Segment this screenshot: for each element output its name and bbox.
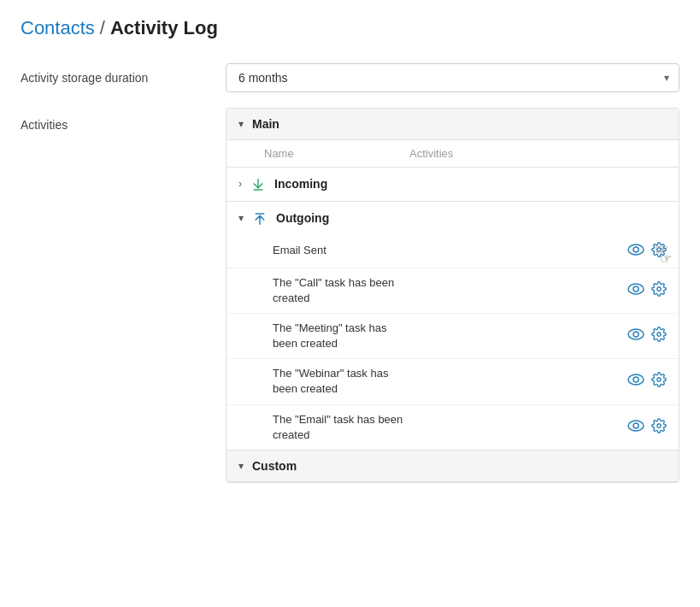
gear-icon-meeting-task[interactable] (651, 327, 667, 345)
custom-section-header: ▾ Custom (226, 451, 679, 482)
outgoing-chevron-down-icon[interactable]: ▾ (238, 212, 244, 224)
activity-icons-call-task (627, 281, 667, 300)
outgoing-arrow-icon (252, 210, 268, 227)
activity-icons-meeting-task (627, 327, 667, 345)
storage-duration-select-wrapper: 1 month 3 months 6 months 12 months 24 m… (226, 63, 679, 92)
storage-duration-label: Activity storage duration (21, 71, 226, 85)
incoming-chevron-right-icon[interactable]: › (238, 178, 242, 190)
eye-icon-email-task[interactable] (627, 420, 644, 435)
svg-point-9 (628, 374, 644, 385)
activity-item-webinar-task: The "Webinar" task has been created (226, 359, 679, 404)
eye-icon-webinar-task[interactable] (627, 374, 644, 389)
outgoing-title: Outgoing (276, 211, 329, 225)
activity-name-email-sent: Email Sent (273, 243, 414, 258)
main-chevron-down-icon[interactable]: ▾ (238, 118, 244, 130)
activity-name-meeting-task: The "Meeting" task has been created (273, 321, 414, 351)
outgoing-subsection: ▾ Outgoing Email Sent (226, 202, 679, 451)
svg-point-6 (628, 329, 644, 339)
eye-icon-call-task[interactable] (627, 283, 644, 298)
svg-point-13 (633, 423, 638, 428)
breadcrumb-separator: / (100, 17, 105, 39)
eye-icon-meeting-task[interactable] (627, 328, 644, 344)
activity-item-email-sent: Email Sent (226, 235, 679, 268)
incoming-arrow-icon (250, 176, 266, 192)
gear-icon-email-sent[interactable]: ☞ (651, 242, 667, 261)
gear-icon-email-task[interactable] (651, 418, 667, 437)
svg-point-14 (657, 424, 662, 428)
activity-name-email-task: The "Email" task has been created (273, 412, 414, 443)
col-name-header: Name (238, 147, 409, 160)
col-activities-header: Activities (409, 147, 453, 160)
table-header: Name Activities (226, 140, 679, 168)
outgoing-subsection-header[interactable]: ▾ Outgoing (226, 202, 679, 235)
activities-content: ▾ Main Name Activities › (226, 108, 679, 483)
eye-icon-email-sent[interactable] (627, 244, 644, 259)
storage-duration-row: Activity storage duration 1 month 3 mont… (21, 63, 679, 92)
svg-point-5 (657, 286, 662, 291)
activities-label: Activities (21, 108, 226, 132)
custom-section-title: Custom (252, 459, 297, 473)
activity-name-call-task: The "Call" task has been created (273, 275, 414, 306)
svg-point-3 (628, 284, 644, 294)
breadcrumb: Contacts / Activity Log (21, 17, 679, 39)
incoming-subsection-header[interactable]: › Incoming (226, 168, 679, 201)
custom-chevron-down-icon[interactable]: ▾ (238, 460, 244, 472)
main-section-header: ▾ Main (226, 109, 679, 140)
svg-point-7 (633, 332, 638, 337)
activity-icons-email-task (627, 418, 667, 437)
activity-item-email-task: The "Email" task has been created (226, 405, 679, 450)
svg-point-10 (633, 377, 638, 382)
activity-item-call-task: The "Call" task has been created (226, 268, 679, 314)
svg-point-12 (628, 421, 644, 431)
svg-point-4 (633, 286, 638, 292)
main-section-title: Main (252, 117, 279, 131)
incoming-title: Incoming (274, 177, 327, 191)
svg-point-8 (657, 333, 662, 337)
activities-row: Activities ▾ Main Name Activities › (21, 108, 679, 483)
gear-icon-call-task[interactable] (651, 281, 667, 300)
storage-duration-select[interactable]: 1 month 3 months 6 months 12 months 24 m… (226, 63, 679, 92)
activity-name-webinar-task: The "Webinar" task has been created (273, 366, 414, 397)
gear-icon-webinar-task[interactable] (651, 372, 667, 391)
incoming-subsection: › Incoming (226, 168, 679, 202)
activity-item-meeting-task: The "Meeting" task has been created (226, 314, 679, 359)
activity-icons-email-sent: ☞ (627, 242, 667, 261)
breadcrumb-current: Activity Log (110, 17, 218, 39)
svg-point-2 (657, 247, 662, 251)
activity-icons-webinar-task (627, 372, 667, 391)
svg-point-0 (628, 245, 644, 255)
svg-point-11 (657, 378, 662, 382)
svg-point-1 (633, 247, 638, 252)
breadcrumb-contacts-link[interactable]: Contacts (21, 17, 95, 39)
